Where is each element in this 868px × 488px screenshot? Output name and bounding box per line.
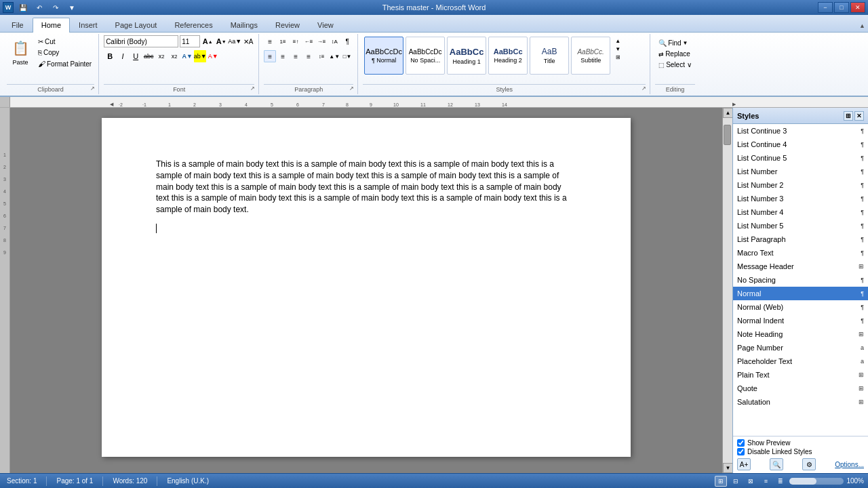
style-list-item-6[interactable]: List Number 4¶ — [733, 205, 868, 219]
font-grow-btn[interactable]: A▲ — [201, 35, 214, 47]
find-button[interactable]: 🔍 Find ▼ — [655, 38, 695, 48]
maximize-btn[interactable]: □ — [834, 2, 849, 13]
style-list-item-9[interactable]: Macro Text¶ — [733, 246, 868, 260]
replace-button[interactable]: ⇄ Replace — [655, 49, 695, 59]
view-fullscreen-btn[interactable]: ⊟ — [730, 476, 742, 487]
decrease-indent-btn[interactable]: ←≡ — [302, 35, 315, 47]
tab-page-layout[interactable]: Page Layout — [106, 18, 166, 32]
manage-styles-btn[interactable]: ⚙ — [802, 458, 816, 470]
style-normal-btn[interactable]: AaBbCcDc ¶ Normal — [364, 37, 403, 75]
zoom-bar[interactable] — [789, 478, 844, 485]
style-heading2-btn[interactable]: AaBbCc Heading 2 — [488, 37, 528, 75]
tab-file[interactable]: File — [3, 18, 33, 32]
style-list-item-16[interactable]: Page Numbera — [733, 341, 868, 354]
styles-scroll-up-btn[interactable]: ▲ — [614, 37, 622, 45]
highlight-btn[interactable]: ab▼ — [194, 50, 206, 62]
style-list-item-15[interactable]: Note Heading⊞ — [733, 327, 868, 341]
copy-button[interactable]: ⎘ Copy — [35, 47, 94, 58]
italic-btn[interactable]: I — [117, 50, 129, 62]
shading-btn[interactable]: ▲▼ — [328, 50, 340, 62]
styles-more-btn[interactable]: ⊞ — [614, 53, 622, 61]
styles-dialog-launcher[interactable]: ↗ — [639, 84, 648, 92]
style-heading1-btn[interactable]: AaBbCc Heading 1 — [447, 37, 486, 75]
scroll-down-btn[interactable]: ▼ — [723, 463, 733, 473]
font-dialog-launcher[interactable]: ↗ — [248, 84, 256, 92]
sort-btn[interactable]: ↕A — [328, 35, 340, 47]
subscript-btn[interactable]: x2 — [155, 50, 167, 62]
tab-home[interactable]: Home — [33, 18, 70, 33]
style-list-item-1[interactable]: List Continue 4¶ — [733, 138, 868, 151]
style-list-item-7[interactable]: List Number 5¶ — [733, 219, 868, 232]
style-list-item-13[interactable]: Normal (Web)¶ — [733, 300, 868, 314]
styles-panel-options-btn[interactable]: ⊞ — [844, 111, 853, 121]
font-name-input[interactable] — [104, 35, 178, 47]
align-right-btn[interactable]: ≡ — [290, 50, 302, 62]
minimize-btn[interactable]: − — [818, 2, 833, 13]
tab-references[interactable]: References — [165, 18, 221, 32]
document-area[interactable]: This is a sample of main body text this … — [10, 108, 722, 473]
styles-options-link[interactable]: Options... — [835, 461, 864, 468]
justify-btn[interactable]: ≡ — [302, 50, 315, 62]
redo-quick-btn[interactable]: ↷ — [49, 1, 62, 14]
style-list-item-3[interactable]: List Number¶ — [733, 165, 868, 178]
border-btn[interactable]: □▼ — [341, 50, 353, 62]
tab-view[interactable]: View — [309, 18, 342, 32]
style-list-item-2[interactable]: List Continue 5¶ — [733, 151, 868, 165]
style-list-item-20[interactable]: Salutation⊞ — [733, 395, 868, 409]
style-title-btn[interactable]: AaB Title — [530, 37, 569, 75]
scroll-track[interactable] — [723, 118, 732, 463]
increase-indent-btn[interactable]: →≡ — [315, 35, 328, 47]
inspect-style-btn[interactable]: 🔍 — [770, 458, 783, 470]
style-list-item-4[interactable]: List Number 2¶ — [733, 178, 868, 192]
tab-mailings[interactable]: Mailings — [222, 18, 267, 32]
style-list-item-17[interactable]: Placeholder Texta — [733, 354, 868, 368]
scroll-up-btn[interactable]: ▲ — [723, 108, 733, 118]
style-subtitle-btn[interactable]: AaBbCc. Subtitle — [571, 37, 610, 75]
clear-format-btn[interactable]: ✕A — [242, 35, 254, 47]
align-center-btn[interactable]: ≡ — [277, 50, 289, 62]
bullets-btn[interactable]: ≡ — [264, 35, 276, 47]
style-list-item-10[interactable]: Message Header⊞ — [733, 260, 868, 273]
font-size-input[interactable] — [180, 35, 200, 47]
line-spacing-btn[interactable]: ↕≡ — [315, 50, 328, 62]
close-btn[interactable]: ✕ — [850, 2, 865, 13]
style-list-item-19[interactable]: Quote⊞ — [733, 382, 868, 395]
ribbon-collapse-btn[interactable]: ▲ — [859, 22, 865, 32]
cut-button[interactable]: ✂ Cut — [35, 37, 94, 47]
select-button[interactable]: ⬚ Select ∨ — [655, 60, 695, 70]
text-effects-btn[interactable]: A▼ — [181, 50, 193, 62]
paste-button[interactable]: 📋 Paste — [7, 35, 34, 68]
styles-scroll-down-btn[interactable]: ▼ — [614, 45, 622, 53]
show-preview-checkbox[interactable] — [737, 439, 745, 447]
change-case-btn[interactable]: Aa▼ — [229, 35, 241, 47]
tab-insert[interactable]: Insert — [70, 18, 106, 32]
document-page[interactable]: This is a sample of main body text this … — [102, 118, 631, 457]
show-marks-btn[interactable]: ¶ — [341, 35, 353, 47]
format-painter-button[interactable]: 🖌 Format Painter — [35, 58, 94, 69]
style-list-item-14[interactable]: Normal Indent¶ — [733, 314, 868, 327]
font-shrink-btn[interactable]: A▼ — [215, 35, 227, 47]
clipboard-dialog-launcher[interactable]: ↗ — [88, 84, 96, 92]
view-print-btn[interactable]: ⊞ — [715, 476, 727, 487]
align-left-btn[interactable]: ≡ — [264, 50, 276, 62]
scroll-thumb[interactable] — [724, 125, 731, 145]
undo-quick-btn[interactable]: ↶ — [33, 1, 46, 14]
style-list-item-11[interactable]: No Spacing¶ — [733, 273, 868, 287]
bold-btn[interactable]: B — [104, 50, 116, 62]
superscript-btn[interactable]: x2 — [168, 50, 180, 62]
multilevel-btn[interactable]: ≡↑ — [290, 35, 302, 47]
view-draft-btn[interactable]: ≣ — [774, 476, 787, 487]
style-list-item-0[interactable]: List Continue 3¶ — [733, 124, 868, 138]
paragraph-dialog-launcher[interactable]: ↗ — [347, 84, 355, 92]
style-list-item-18[interactable]: Plain Text⊞ — [733, 368, 868, 382]
tab-review[interactable]: Review — [267, 18, 309, 32]
disable-linked-checkbox[interactable] — [737, 448, 745, 455]
vertical-scrollbar[interactable]: ▲ ▼ — [722, 108, 732, 473]
style-list-item-5[interactable]: List Number 3¶ — [733, 192, 868, 205]
view-outline-btn[interactable]: ≡ — [760, 476, 772, 487]
styles-panel-close-btn[interactable]: ✕ — [854, 111, 864, 121]
style-list-item-12[interactable]: Normal¶ — [733, 287, 868, 300]
view-web-btn[interactable]: ⊠ — [745, 476, 757, 487]
save-quick-btn[interactable]: 💾 — [16, 1, 30, 14]
style-list-item-8[interactable]: List Paragraph¶ — [733, 232, 868, 246]
